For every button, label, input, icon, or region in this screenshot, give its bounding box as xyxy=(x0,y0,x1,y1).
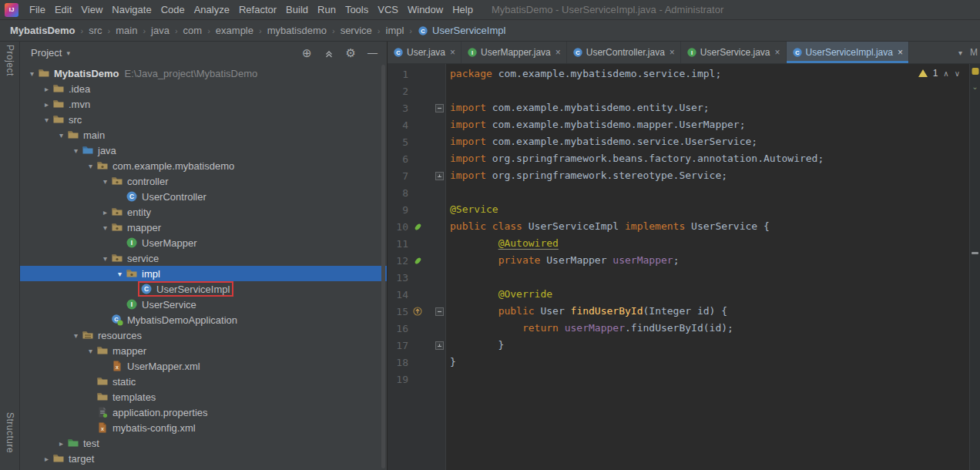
chevron-down-icon[interactable]: ▾ xyxy=(70,331,82,340)
settings-gear-icon[interactable]: ⚙ xyxy=(346,48,356,59)
close-icon[interactable]: × xyxy=(555,49,561,56)
fold-slot[interactable] xyxy=(434,172,445,180)
error-stripe[interactable]: ⌄ xyxy=(969,64,980,470)
gutter-line-17[interactable]: 17 xyxy=(388,337,445,354)
gutter-line-18[interactable]: 18 xyxy=(388,354,445,371)
code-line-15[interactable]: public User findUserById(Integer id) { xyxy=(450,303,968,320)
code-line-12[interactable]: private UserMapper userMapper; xyxy=(450,252,968,269)
tree-item-resources[interactable]: ▾resources xyxy=(20,327,387,343)
chevron-down-icon[interactable]: ▾ xyxy=(114,270,126,278)
fold-start-icon[interactable] xyxy=(435,104,444,112)
spring-gutter-slot[interactable] xyxy=(408,256,427,266)
tab-user-java[interactable]: CUser.java× xyxy=(388,42,461,63)
tree-item-userservice[interactable]: IUserService xyxy=(20,297,387,312)
chevron-right-icon[interactable]: ▸ xyxy=(41,85,52,93)
code-line-8[interactable] xyxy=(450,184,968,201)
fold-start-icon[interactable] xyxy=(435,307,444,316)
code-line-11[interactable]: @Autowired xyxy=(450,235,968,252)
close-icon[interactable]: × xyxy=(775,49,780,56)
chevron-down-icon[interactable]: ▾ xyxy=(99,223,111,232)
tree-item-application-properties[interactable]: application.properties xyxy=(20,405,387,420)
code-line-17[interactable]: } xyxy=(450,337,968,354)
code-line-4[interactable]: import com.example.mybatisdemo.mapper.Us… xyxy=(450,116,968,133)
tree-item-test[interactable]: ▸test xyxy=(20,435,387,451)
menu-help[interactable]: Help xyxy=(448,4,478,15)
chevron-down-icon[interactable]: ▾ xyxy=(99,254,111,263)
close-icon[interactable]: × xyxy=(450,49,455,56)
menu-refactor[interactable]: Refactor xyxy=(234,4,281,15)
gutter-line-14[interactable]: 14 xyxy=(388,286,445,303)
tree-item-main[interactable]: ▾main xyxy=(20,127,387,143)
chevron-down-icon[interactable]: ▾ xyxy=(70,146,82,155)
crumb-mybatisdemo[interactable]: mybatisdemo xyxy=(267,25,327,36)
tree-item-usercontroller[interactable]: CUserController xyxy=(20,189,387,204)
override-gutter-slot[interactable] xyxy=(408,307,427,316)
gutter-line-8[interactable]: 8 xyxy=(388,184,445,201)
inspections-widget[interactable]: 1 ∧ ∨ xyxy=(918,68,960,79)
code-line-16[interactable]: return userMapper.findUserById(id); xyxy=(450,320,968,337)
crumb-current[interactable]: CUserServiceImpl xyxy=(417,25,506,36)
tree-item-userserviceimpl[interactable]: CUserServiceImpl xyxy=(20,281,387,297)
crumb-src[interactable]: src xyxy=(88,25,102,36)
menu-file[interactable]: File xyxy=(25,4,50,15)
crumb-mybatisdemo[interactable]: MybatisDemo xyxy=(9,25,76,36)
tree-item-mapper[interactable]: ▾mapper xyxy=(20,220,387,235)
project-panel-title[interactable]: Project xyxy=(31,47,62,59)
chevron-down-icon[interactable]: ▾ xyxy=(41,116,52,124)
chevron-down-icon[interactable]: ▾ xyxy=(66,49,70,57)
editor[interactable]: 12345678910111213141516171819 package co… xyxy=(388,64,980,470)
gutter-line-12[interactable]: 12 xyxy=(388,252,445,269)
tree-item-target[interactable]: ▸target xyxy=(20,451,387,466)
menu-window[interactable]: Window xyxy=(403,4,448,15)
clipped-tab-label[interactable]: M xyxy=(970,47,978,58)
code-line-14[interactable]: @Override xyxy=(450,286,968,303)
tab-userservice-java[interactable]: IUserService.java× xyxy=(681,42,787,63)
menu-code[interactable]: Code xyxy=(156,4,190,15)
menu-run[interactable]: Run xyxy=(313,4,341,15)
menu-analyze[interactable]: Analyze xyxy=(190,4,234,15)
chevron-right-icon[interactable]: ▸ xyxy=(41,100,52,109)
gutter-line-5[interactable]: 5 xyxy=(388,133,445,150)
code-line-1[interactable]: package com.example.mybatisdemo.service.… xyxy=(450,65,968,82)
tree-item-usermapper-xml[interactable]: xUserMapper.xml xyxy=(20,358,387,374)
close-icon[interactable]: × xyxy=(898,49,903,56)
tree-item-entity[interactable]: ▸entity xyxy=(20,204,387,220)
locate-icon[interactable]: ⊕ xyxy=(302,48,312,59)
code-line-13[interactable] xyxy=(450,269,968,286)
warning-stripe-mark[interactable] xyxy=(972,252,978,254)
gutter-line-11[interactable]: 11 xyxy=(388,235,445,252)
tree-item-src[interactable]: ▾src xyxy=(20,112,387,127)
crumb-example[interactable]: example xyxy=(215,25,254,36)
tool-button-structure[interactable]: Structure xyxy=(5,412,15,453)
tree-item-mvn[interactable]: ▸.mvn xyxy=(20,96,387,112)
tab-usermapper-java[interactable]: IUserMapper.java× xyxy=(461,42,567,63)
spring-gutter-slot[interactable] xyxy=(408,222,427,232)
code-line-3[interactable]: import com.example.mybatisdemo.entity.Us… xyxy=(450,99,968,116)
gutter-line-6[interactable]: 6 xyxy=(388,150,445,167)
tab-userserviceimpl-java[interactable]: CUserServiceImpl.java× xyxy=(787,42,909,63)
code-line-2[interactable] xyxy=(450,82,968,99)
code-line-18[interactable]: } xyxy=(450,354,968,371)
fold-slot[interactable] xyxy=(434,307,445,316)
next-warning-chevron-icon[interactable]: ∨ xyxy=(955,69,960,78)
tab-usercontroller-java[interactable]: CUserController.java× xyxy=(567,42,681,63)
tree-item-mybatisdemo[interactable]: ▾MybatisDemoE:\Java_project\MybatisDemo xyxy=(20,65,387,81)
editor-gutter[interactable]: 12345678910111213141516171819 xyxy=(388,64,446,470)
gutter-line-3[interactable]: 3 xyxy=(388,99,445,116)
gutter-line-16[interactable]: 16 xyxy=(388,320,445,337)
fold-end-icon[interactable] xyxy=(435,172,444,180)
tree-item-templates[interactable]: templates xyxy=(20,389,387,405)
crumb-com[interactable]: com xyxy=(183,25,203,36)
tree-item-idea[interactable]: ▸.idea xyxy=(20,81,387,96)
chevron-down-icon[interactable]: ▾ xyxy=(85,162,96,170)
file-status-indicator[interactable] xyxy=(972,68,978,75)
tree-item-mybatis-config-xml[interactable]: xmybatis-config.xml xyxy=(20,420,387,435)
tree-item-mapper[interactable]: ▾mapper xyxy=(20,343,387,358)
gutter-line-13[interactable]: 13 xyxy=(388,269,445,286)
crumb-main[interactable]: main xyxy=(115,25,138,36)
tree-item-impl[interactable]: ▾impl xyxy=(20,266,387,281)
code-line-7[interactable]: import org.springframework.stereotype.Se… xyxy=(450,167,968,184)
chevron-right-icon[interactable]: ▸ xyxy=(55,439,67,448)
gutter-line-7[interactable]: 7 xyxy=(388,167,445,184)
close-icon[interactable]: × xyxy=(670,49,675,56)
